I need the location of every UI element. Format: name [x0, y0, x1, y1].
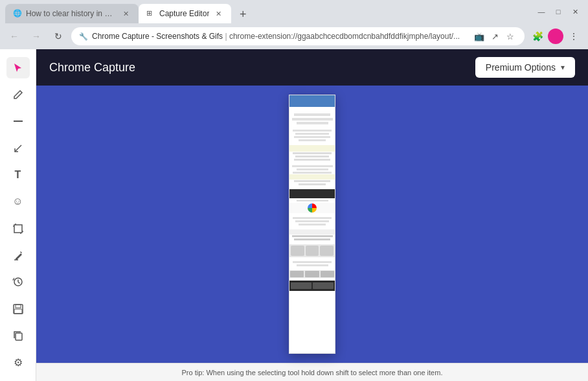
tab-history[interactable]: 🌐 How to clear history in Chrome ✕	[5, 4, 139, 23]
screenshot-preview	[289, 95, 335, 354]
sidebar: T ☺	[0, 49, 36, 381]
app-title: Chrome Capture	[49, 61, 135, 75]
profile-button[interactable]	[548, 29, 563, 44]
pencil-tool[interactable]	[6, 84, 30, 105]
address-prefix: Chrome Capture - Screenshots & Gifs | ch…	[92, 32, 469, 41]
copy-tool[interactable]	[6, 325, 30, 346]
address-prefix-text: Chrome Capture - Screenshots & Gifs	[92, 32, 223, 41]
svg-rect-10	[14, 309, 22, 314]
canvas-topbar: Chrome Capture Premium Options ▾	[36, 49, 588, 86]
menu-icon[interactable]: ⋮	[565, 27, 583, 45]
address-bar[interactable]: 🔧 Chrome Capture - Screenshots & Gifs | …	[71, 27, 525, 45]
svg-rect-2	[14, 225, 22, 233]
forward-button[interactable]: →	[27, 27, 45, 45]
back-button[interactable]: ←	[5, 27, 23, 45]
emoji-tool[interactable]: ☺	[6, 191, 30, 213]
svg-line-1	[15, 145, 21, 152]
crop-tool[interactable]	[6, 218, 30, 239]
line-tool[interactable]	[6, 111, 30, 132]
premium-label: Premium Options	[486, 62, 556, 73]
tab1-title: How to clear history in Chrome	[26, 9, 117, 18]
save-tool[interactable]	[6, 298, 30, 319]
tab-capture-editor[interactable]: ⊞ Capture Editor ✕	[139, 4, 231, 23]
tab2-favicon: ⊞	[146, 9, 155, 18]
maximize-button[interactable]: □	[550, 4, 566, 19]
address-url: chrome-extension://ggaabchcecdbomdcnbahd…	[229, 32, 460, 41]
close-button[interactable]: ✕	[567, 4, 583, 19]
history-tool[interactable]	[6, 271, 30, 293]
refresh-button[interactable]: ↻	[49, 27, 67, 45]
tabs-container: 🌐 How to clear history in Chrome ✕ ⊞ Cap…	[0, 4, 528, 23]
canvas-area: Chrome Capture Premium Options ▾	[36, 49, 588, 381]
tip-text: Pro tip: When using the selecting tool h…	[182, 369, 443, 376]
address-icons: 📺 ↗ ☆	[473, 30, 517, 43]
extensions-icon[interactable]: 🧩	[528, 27, 547, 45]
address-lock-icon: 🔧	[79, 32, 88, 41]
address-bar-row: ← → ↻ 🔧 Chrome Capture - Screenshots & G…	[0, 23, 588, 49]
text-tool[interactable]: T	[6, 164, 30, 185]
premium-options-button[interactable]: Premium Options ▾	[475, 57, 575, 78]
svg-rect-11	[16, 333, 22, 340]
settings-tool[interactable]: ⚙	[6, 352, 30, 373]
toolbar-icons: 🧩 ⋮	[528, 27, 583, 45]
tab2-title: Capture Editor	[159, 9, 209, 18]
highlight-tool[interactable]	[6, 244, 30, 266]
minimize-button[interactable]: —	[534, 4, 549, 19]
tab-bar: 🌐 How to clear history in Chrome ✕ ⊞ Cap…	[0, 0, 588, 23]
app-area: T ☺	[0, 49, 588, 381]
tab2-close[interactable]: ✕	[213, 8, 223, 19]
arrow-tool[interactable]	[6, 137, 30, 159]
canvas-content	[36, 86, 588, 363]
cast-icon[interactable]: 📺	[473, 30, 486, 43]
share-icon[interactable]: ↗	[488, 30, 501, 43]
tab1-favicon: 🌐	[13, 9, 22, 18]
tab1-close[interactable]: ✕	[120, 8, 131, 19]
select-tool[interactable]	[6, 57, 30, 78]
chevron-down-icon: ▾	[561, 63, 565, 72]
tip-bar: Pro tip: When using the selecting tool h…	[36, 363, 588, 381]
new-tab-button[interactable]: +	[234, 5, 252, 23]
window-controls: — □ ✕	[528, 4, 588, 23]
bookmark-icon[interactable]: ☆	[504, 30, 517, 43]
